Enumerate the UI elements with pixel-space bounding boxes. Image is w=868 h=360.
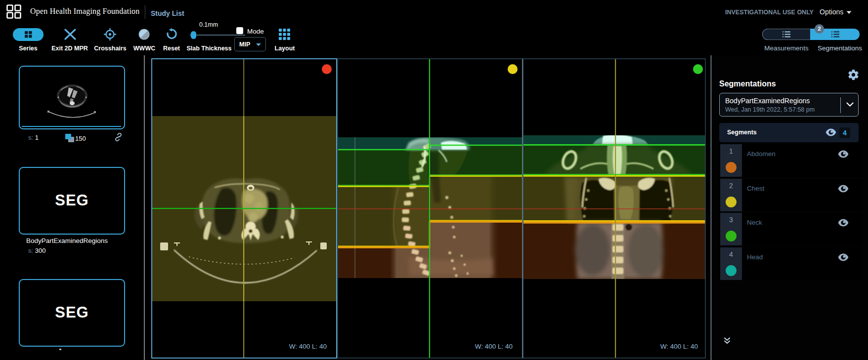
svg-text:W: 400 L: 40: W: 400 L: 40	[660, 343, 698, 350]
svg-text:W: 400 L: 40: W: 400 L: 40	[289, 343, 327, 350]
svg-text:W: 400 L: 40: W: 400 L: 40	[475, 343, 513, 350]
